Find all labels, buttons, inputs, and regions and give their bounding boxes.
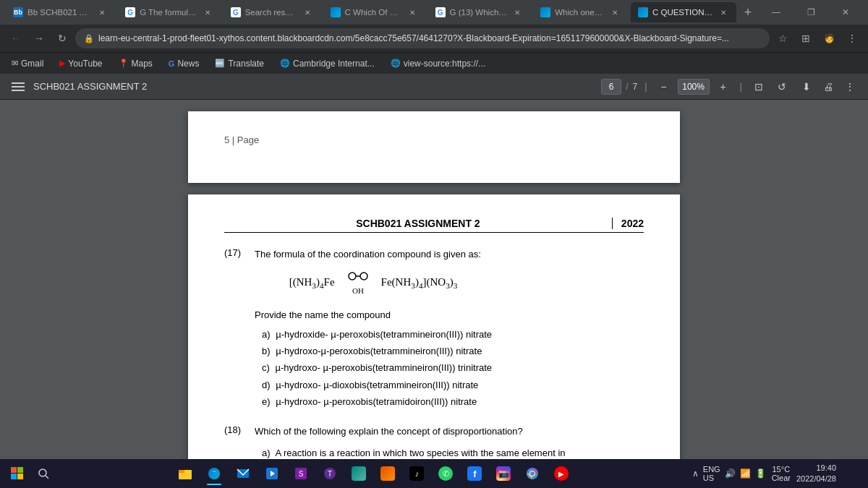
show-desktop-button[interactable]: [842, 461, 862, 487]
taskbar-teams[interactable]: T: [317, 461, 343, 487]
pdf-zoom-in-button[interactable]: +: [714, 77, 733, 96]
bookmark-translate[interactable]: 🔤 Translate: [209, 56, 270, 71]
tab-search[interactable]: G Search results for ✕: [224, 2, 320, 22]
q17-text: The formula of the coordination compound…: [255, 247, 492, 262]
taskbar-file-explorer[interactable]: [172, 461, 198, 487]
bookmark-star-button[interactable]: ☆: [773, 28, 793, 48]
tab-question7[interactable]: C QUESTION 7 The ✕: [631, 2, 736, 22]
bookmark-cambridge[interactable]: 🌐 Cambridge Internat...: [274, 56, 380, 71]
taskbar-app7[interactable]: [346, 461, 372, 487]
option-18a-text: A reaction is a reaction in which two sp…: [275, 448, 565, 458]
taskbar-edge-browser[interactable]: [201, 461, 227, 487]
taskbar-whatsapp[interactable]: ✆: [433, 461, 459, 487]
taskbar-instagram[interactable]: 📷: [490, 461, 516, 487]
tab-favicon-edge2: [540, 7, 550, 17]
sidebar-icon-button[interactable]: ⊞: [796, 28, 816, 48]
more-options-button[interactable]: ⋮: [842, 28, 862, 48]
taskbar-search-button[interactable]: [32, 462, 55, 485]
page-header: SCHB021 ASSIGNMENT 2 2022: [224, 218, 644, 233]
system-tray: ∧ ENGUS 🔊 📶 🔋: [692, 465, 766, 482]
taskbar-right: ∧ ENGUS 🔊 📶 🔋 15°C Clear 19:40 2022/04/2…: [692, 461, 862, 487]
viewsource-icon: 🌐: [391, 59, 401, 68]
svg-rect-11: [179, 470, 184, 473]
tab-close-3[interactable]: ✕: [302, 7, 313, 18]
tab-close-1[interactable]: ✕: [96, 7, 108, 18]
tab-whichof[interactable]: C Which Of The Fo ✕: [323, 2, 425, 22]
taskbar-media[interactable]: [259, 461, 285, 487]
tab-whichone[interactable]: Which one of the ✕: [533, 2, 628, 22]
option-17c-text: µ-hydroxo- µ-peroxobis(tetrammineiron(II…: [275, 362, 492, 373]
new-tab-button[interactable]: +: [739, 2, 757, 22]
bookmarks-bar: ✉ Gmail ▶ YouTube 📍 Maps G News 🔤 Transl…: [0, 52, 868, 74]
bookmark-maps[interactable]: 📍 Maps: [113, 56, 158, 71]
bookmark-viewsource[interactable]: 🌐 view-source:https://...: [385, 56, 491, 71]
reload-button[interactable]: ↻: [52, 28, 72, 48]
taskbar-facebook[interactable]: f: [461, 461, 488, 487]
restore-button[interactable]: ❐: [794, 0, 827, 25]
svg-rect-6: [11, 474, 17, 479]
taskbar-store[interactable]: S: [288, 461, 314, 487]
option-17c: c) µ-hydroxo- µ-peroxobis(tetrammineiron…: [262, 359, 492, 376]
address-bar[interactable]: 🔒 learn-eu-central-1-prod-fleet01-xythos…: [75, 28, 770, 48]
q17-options: a) µ-hydroxide- µ-peroxobis(tetrammineir…: [262, 326, 492, 411]
temperature: 15°C: [773, 465, 791, 474]
svg-point-8: [39, 469, 46, 476]
battery-icon: 🔋: [755, 468, 766, 479]
forward-button[interactable]: →: [29, 28, 49, 48]
tab-close-7[interactable]: ✕: [718, 7, 729, 18]
wifi-icon[interactable]: 📶: [740, 468, 751, 479]
minimize-button[interactable]: —: [760, 0, 793, 25]
option-17a-key: a): [262, 329, 271, 340]
whatsapp-icon: ✆: [438, 466, 453, 481]
taskbar-tiktok[interactable]: ♪: [404, 461, 430, 487]
bookmark-news-label: News: [177, 59, 199, 69]
pdf-print-button[interactable]: 🖨: [819, 77, 838, 96]
start-button[interactable]: [6, 462, 29, 485]
pdf-page-input[interactable]: [601, 79, 621, 95]
tab-13which[interactable]: G G (13) Which comp ✕: [428, 2, 531, 22]
hamburger-line-2: [12, 86, 25, 87]
pdf-more-button[interactable]: ⋮: [841, 77, 859, 96]
bookmark-news[interactable]: G News: [163, 56, 205, 71]
active-indicator: [207, 484, 221, 485]
tiktok-icon: ♪: [409, 466, 424, 481]
pdf-fit-page-button[interactable]: ⊡: [749, 77, 768, 96]
hamburger-line-1: [12, 82, 25, 84]
close-button[interactable]: ✕: [829, 0, 862, 25]
tab-close-6[interactable]: ✕: [609, 7, 621, 18]
option-17d: d) µ-hydroxo- µ-dioxobis(tetrammineiron(…: [262, 377, 492, 393]
time-display: 19:40: [796, 463, 836, 474]
profile-button[interactable]: 🧑: [819, 28, 839, 48]
teams-icon: T: [323, 466, 337, 481]
pdf-menu-button[interactable]: [9, 80, 27, 94]
file-explorer-icon: [178, 466, 192, 481]
pdf-rotate-button[interactable]: ↺: [773, 77, 791, 96]
address-text: learn-eu-central-1-prod-fleet01-xythos.c…: [98, 33, 729, 43]
taskbar-mail[interactable]: [230, 461, 256, 487]
pdf-content-area[interactable]: 5 | Page SCHB021 ASSIGNMENT 2 2022 (17) …: [0, 100, 868, 488]
tab-schb021[interactable]: Bb Bb SCHB021 ASSIGN ✕: [6, 2, 115, 22]
svg-text:S: S: [299, 470, 304, 478]
taskbar-chrome[interactable]: [519, 461, 545, 487]
bookmark-youtube[interactable]: ▶ YouTube: [54, 56, 108, 71]
volume-icon[interactable]: 🔊: [725, 468, 736, 479]
taskbar-play[interactable]: ▶: [548, 461, 574, 487]
lock-icon: 🔒: [84, 34, 94, 43]
tab-favicon-edge3: [638, 7, 648, 17]
bookmark-gmail[interactable]: ✉ Gmail: [6, 56, 49, 71]
tab-close-4[interactable]: ✕: [407, 7, 418, 18]
option-17e: e) µ-hydroxo- µ-peroxobis(tetramidoiron(…: [262, 393, 492, 410]
back-button[interactable]: ←: [6, 28, 26, 48]
tray-arrow[interactable]: ∧: [692, 468, 699, 479]
translate-icon: 🔤: [215, 59, 225, 68]
pdf-zoom-input[interactable]: [678, 79, 710, 95]
store-icon: S: [294, 466, 308, 481]
pdf-zoom-out-button[interactable]: −: [655, 77, 673, 96]
tab-favicon-g2: G: [125, 7, 135, 17]
clock[interactable]: 19:40 2022/04/28: [796, 463, 836, 485]
tab-close-2[interactable]: ✕: [202, 7, 213, 18]
pdf-download-button[interactable]: ⬇: [797, 77, 816, 96]
tab-formula[interactable]: G G The formula of th ✕: [118, 2, 221, 22]
taskbar-app8[interactable]: [375, 461, 401, 487]
tab-close-5[interactable]: ✕: [511, 7, 523, 18]
